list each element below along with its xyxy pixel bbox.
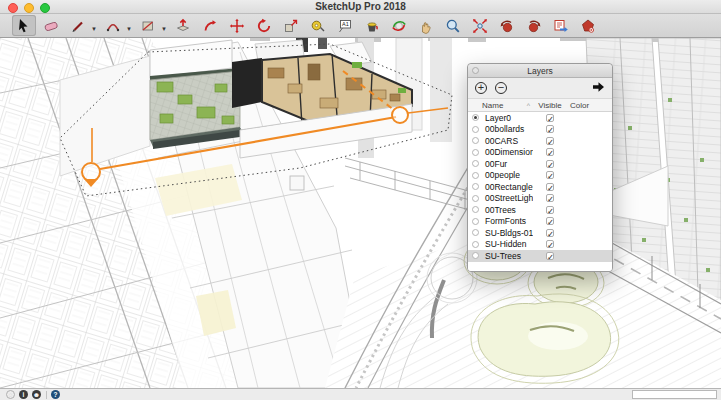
main-toolbar: ▼ ▼ ▼ A1 xyxy=(0,14,721,38)
layer-row[interactable]: 00StreetLights xyxy=(468,193,612,205)
layer-row[interactable]: SU-Bldgs-01 xyxy=(468,227,612,239)
column-color[interactable]: Color xyxy=(567,101,612,110)
visible-checkbox[interactable] xyxy=(546,171,554,179)
layer-row[interactable]: 00Dimensions xyxy=(468,147,612,159)
layer-row[interactable]: 00Trees xyxy=(468,204,612,216)
layer-row[interactable]: 00people xyxy=(468,170,612,182)
visible-checkbox[interactable] xyxy=(546,160,554,168)
export-icon xyxy=(553,18,569,34)
layers-panel-titlebar[interactable]: Layers xyxy=(468,64,612,78)
scale-icon xyxy=(283,18,299,34)
previous-view-button[interactable] xyxy=(495,15,519,36)
window-title: SketchUp Pro 2018 xyxy=(0,1,721,12)
layer-name: 00bollards xyxy=(479,124,533,134)
remove-layer-button[interactable]: − xyxy=(495,82,507,94)
text-tool-button[interactable]: A1 xyxy=(333,15,357,36)
arc-tool-dropdown[interactable]: ▼ xyxy=(126,26,132,32)
layer-name: 00Fur xyxy=(479,159,533,169)
orbit-icon xyxy=(391,18,407,34)
arc-tool-button[interactable] xyxy=(101,15,125,36)
zoom-extents-icon xyxy=(472,18,488,34)
visible-checkbox[interactable] xyxy=(546,148,554,156)
current-layer-radio[interactable] xyxy=(472,241,479,248)
measurements-input[interactable] xyxy=(632,390,717,399)
layer-row-selected[interactable]: SU-Trees xyxy=(468,250,612,262)
pan-hand-icon xyxy=(418,18,434,34)
eraser-tool-button[interactable] xyxy=(39,15,63,36)
3d-warehouse-button[interactable] xyxy=(576,15,600,36)
visible-checkbox[interactable] xyxy=(546,114,554,122)
rotate-tool-button[interactable] xyxy=(252,15,276,36)
current-layer-radio[interactable] xyxy=(472,172,479,179)
current-layer-radio[interactable] xyxy=(472,183,479,190)
current-layer-radio[interactable] xyxy=(472,160,479,167)
line-tool-button[interactable] xyxy=(66,15,90,36)
current-layer-radio[interactable] xyxy=(472,137,479,144)
layer-row[interactable]: 00bollards xyxy=(468,124,612,136)
sign-in-icon[interactable]: ☻ xyxy=(32,390,41,399)
layer-row[interactable]: 00RectangleLights xyxy=(468,181,612,193)
rectangle-icon xyxy=(140,18,156,34)
section-handle-right[interactable] xyxy=(392,107,408,123)
visible-checkbox[interactable] xyxy=(546,229,554,237)
visible-checkbox[interactable] xyxy=(546,137,554,145)
paint-bucket-icon xyxy=(364,18,380,34)
visible-checkbox[interactable] xyxy=(546,252,554,260)
layer-row[interactable]: Layer0 xyxy=(468,112,612,124)
credits-icon[interactable]: i xyxy=(19,390,28,399)
layer-name: SU-Trees xyxy=(479,251,533,261)
visible-checkbox[interactable] xyxy=(546,217,554,225)
current-layer-radio[interactable] xyxy=(472,218,479,225)
paint-bucket-tool-button[interactable] xyxy=(360,15,384,36)
warehouse-icon xyxy=(580,18,596,34)
rectangle-tool-button[interactable] xyxy=(136,15,160,36)
orbit-tool-button[interactable] xyxy=(387,15,411,36)
geolocation-icon[interactable]: ◌ xyxy=(6,390,15,399)
pan-tool-button[interactable] xyxy=(414,15,438,36)
current-layer-radio[interactable] xyxy=(472,149,479,156)
push-pull-tool-button[interactable] xyxy=(171,15,195,36)
visible-checkbox[interactable] xyxy=(546,240,554,248)
layers-panel-footer xyxy=(468,262,612,271)
layer-name: 00StreetLights xyxy=(479,193,533,203)
help-icon[interactable]: ? xyxy=(51,390,60,399)
layer-name: 00Dimensions xyxy=(479,147,533,157)
layer-row[interactable]: FormFonts xyxy=(468,216,612,228)
add-layer-button[interactable]: + xyxy=(475,82,487,94)
zoom-tool-button[interactable] xyxy=(441,15,465,36)
layer-name: SU-Bldgs-01 xyxy=(479,228,533,238)
select-tool-button[interactable] xyxy=(12,15,36,36)
current-layer-radio[interactable] xyxy=(472,126,479,133)
move-tool-button[interactable] xyxy=(225,15,249,36)
zoom-extents-tool-button[interactable] xyxy=(468,15,492,36)
current-layer-radio[interactable] xyxy=(472,206,479,213)
tape-measure-icon xyxy=(310,18,326,34)
scale-tool-button[interactable] xyxy=(279,15,303,36)
visible-checkbox[interactable] xyxy=(546,183,554,191)
move-icon xyxy=(229,18,245,34)
next-view-button[interactable] xyxy=(522,15,546,36)
layer-name: SU-Hidden xyxy=(479,239,533,249)
column-name[interactable]: Name xyxy=(482,101,503,110)
visible-checkbox[interactable] xyxy=(546,194,554,202)
column-visible[interactable]: Visible xyxy=(533,101,567,110)
current-layer-radio[interactable] xyxy=(472,229,479,236)
layer-row[interactable]: SU-Hidden xyxy=(468,239,612,251)
tape-measure-tool-button[interactable] xyxy=(306,15,330,36)
zoom-magnifier-icon xyxy=(445,18,461,34)
current-layer-radio[interactable] xyxy=(472,114,479,121)
visible-checkbox[interactable] xyxy=(546,125,554,133)
current-layer-radio[interactable] xyxy=(472,195,479,202)
layer-row[interactable]: 00CARS xyxy=(468,135,612,147)
layer-name: 00people xyxy=(479,170,533,180)
rectangle-tool-dropdown[interactable]: ▼ xyxy=(161,26,167,32)
layer-details-button[interactable] xyxy=(592,79,605,97)
follow-me-tool-button[interactable] xyxy=(198,15,222,36)
window-titlebar: SketchUp Pro 2018 xyxy=(0,0,721,14)
line-tool-dropdown[interactable]: ▼ xyxy=(91,26,97,32)
status-bar: ◌ i ☻ ? xyxy=(0,388,721,400)
current-layer-radio[interactable] xyxy=(472,252,479,259)
layer-row[interactable]: 00Fur xyxy=(468,158,612,170)
export-button[interactable] xyxy=(549,15,573,36)
visible-checkbox[interactable] xyxy=(546,206,554,214)
